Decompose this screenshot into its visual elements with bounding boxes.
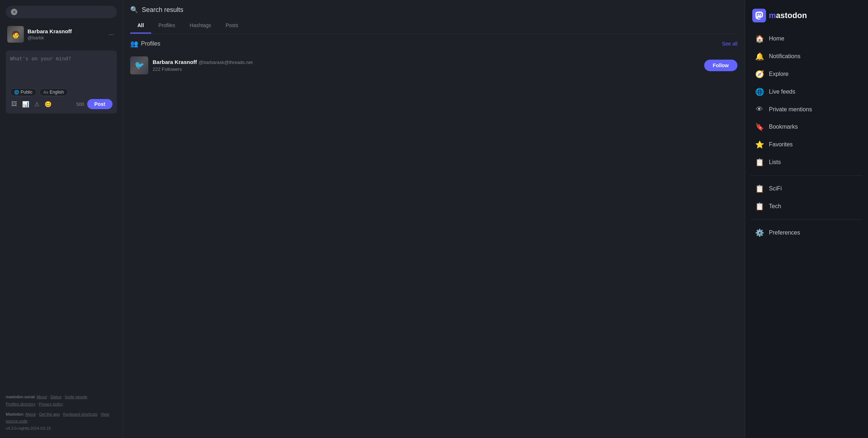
nav-item-bookmarks[interactable]: 🔖 Bookmarks xyxy=(748,118,865,136)
language-label: English xyxy=(50,90,64,95)
language-icon: Aa xyxy=(43,90,48,94)
post-button[interactable]: Post xyxy=(87,99,112,109)
private-mentions-icon: 👁 xyxy=(755,105,764,113)
profile-avatar: 🐦 xyxy=(130,56,148,74)
search-header-row: 🔍 Search results xyxy=(130,6,737,15)
compose-area: 🌐 Public Aa English 🖼 📊 ⚠ 😊 500 Post xyxy=(6,51,117,113)
user-card: 🧑 Barbara Krasnoff @barbk ··· xyxy=(6,22,117,46)
footer-get-app-link[interactable]: Get the app xyxy=(39,412,60,416)
user-info: Barbara Krasnoff @barbk xyxy=(27,28,103,40)
search-header-icon: 🔍 xyxy=(130,6,138,14)
user-display-name: Barbara Krasnoff xyxy=(27,28,103,34)
lists-icon: 📋 xyxy=(755,158,764,167)
footer-version: v4.3.0-nightly.2024-03-19 xyxy=(6,426,51,430)
tab-all[interactable]: All xyxy=(130,18,151,34)
nav-item-home[interactable]: 🏠 Home xyxy=(748,30,865,47)
profile-name-row: Barbara Krasnoff @barbarask@threads.net xyxy=(153,59,700,65)
favorites-icon: ⭐ xyxy=(755,140,764,149)
nav-scifi-label: SciFi xyxy=(769,185,782,192)
nav-item-explore[interactable]: 🧭 Explore xyxy=(748,65,865,83)
nav-item-live-feeds[interactable]: 🌐 Live feeds xyxy=(748,83,865,100)
nav-tech-label: Tech xyxy=(769,203,781,210)
footer-privacy-link[interactable]: Privacy policy xyxy=(39,402,63,406)
nav-home-label: Home xyxy=(769,35,784,42)
nav-item-tech[interactable]: 📋 Tech xyxy=(748,198,865,215)
logo-area: mastodon xyxy=(745,6,868,30)
visibility-icon: 🌐 xyxy=(14,90,19,95)
nav-preferences-label: Preferences xyxy=(769,229,800,236)
footer-invite-link[interactable]: Invite people xyxy=(65,395,87,399)
nav-notifications-label: Notifications xyxy=(769,53,800,60)
nav-favorites-label: Favorites xyxy=(769,141,793,148)
scifi-icon: 📋 xyxy=(755,184,764,193)
profile-result-card: 🐦 Barbara Krasnoff @barbarask@threads.ne… xyxy=(130,52,737,79)
profiles-section-title: 👥 Profiles xyxy=(130,40,160,48)
tab-hashtags[interactable]: Hashtags xyxy=(183,18,218,34)
main-nav: 🏠 Home 🔔 Notifications 🧭 Explore 🌐 Live … xyxy=(745,30,868,242)
search-input[interactable]: barbarask@threads.net xyxy=(20,9,112,15)
footer-about2-link[interactable]: About xyxy=(25,412,36,416)
nav-private-mentions-label: Private mentions xyxy=(769,106,812,113)
nav-item-favorites[interactable]: ⭐ Favorites xyxy=(748,136,865,153)
nav-lists-label: Lists xyxy=(769,159,781,166)
profile-handle: @barbarask@threads.net xyxy=(199,60,252,65)
emoji-button[interactable]: 😊 xyxy=(43,100,53,109)
nav-item-preferences[interactable]: ⚙️ Preferences xyxy=(748,224,865,241)
notifications-icon: 🔔 xyxy=(755,52,764,61)
attach-poll-button[interactable]: 📊 xyxy=(21,100,30,109)
footer-line-1: mastodon.social: About · Status · Invite… xyxy=(6,394,117,408)
left-sidebar: ✕ barbarask@threads.net 🧑 Barbara Krasno… xyxy=(0,0,123,438)
nav-divider-1 xyxy=(751,175,862,176)
footer-links: mastodon.social: About · Status · Invite… xyxy=(6,394,117,432)
search-header: 🔍 Search results All Profiles Hashtags P… xyxy=(123,0,745,34)
live-feeds-icon: 🌐 xyxy=(755,87,764,96)
nav-item-lists[interactable]: 📋 Lists xyxy=(748,154,865,171)
search-results-title: Search results xyxy=(142,6,183,14)
nav-bookmarks-label: Bookmarks xyxy=(769,124,798,130)
right-sidebar: mastodon 🏠 Home 🔔 Notifications 🧭 Explor… xyxy=(745,0,868,438)
logo-icon xyxy=(752,9,766,22)
nav-live-feeds-label: Live feeds xyxy=(769,89,795,95)
bookmarks-icon: 🔖 xyxy=(755,123,764,131)
nav-item-notifications[interactable]: 🔔 Notifications xyxy=(748,48,865,65)
explore-icon: 🧭 xyxy=(755,70,764,78)
footer-status-link[interactable]: Status xyxy=(50,395,61,399)
clear-search-icon[interactable]: ✕ xyxy=(11,9,17,15)
profiles-label: Profiles xyxy=(141,40,160,47)
nav-item-private-mentions[interactable]: 👁 Private mentions xyxy=(748,101,865,118)
preferences-icon: ⚙️ xyxy=(755,228,764,237)
search-bar[interactable]: ✕ barbarask@threads.net xyxy=(6,6,117,18)
tab-profiles[interactable]: Profiles xyxy=(151,18,183,34)
profiles-section-header: 👥 Profiles See all xyxy=(130,40,737,48)
logo-text: mastodon xyxy=(769,11,807,20)
visibility-label: Public xyxy=(21,90,33,95)
avatar: 🧑 xyxy=(7,26,24,43)
footer-line-2: Mastodon: About · Get the app · Keyboard… xyxy=(6,411,117,432)
footer-profiles-dir-link[interactable]: Profiles directory xyxy=(6,402,35,406)
profile-display-name: Barbara Krasnoff xyxy=(153,59,197,65)
user-handle: @barbk xyxy=(27,35,103,40)
attach-image-button[interactable]: 🖼 xyxy=(10,100,18,108)
nav-item-scifi[interactable]: 📋 SciFi xyxy=(748,180,865,197)
more-options-button[interactable]: ··· xyxy=(107,29,115,40)
nav-explore-label: Explore xyxy=(769,71,788,77)
see-all-link[interactable]: See all xyxy=(722,41,737,47)
nav-divider-2 xyxy=(751,219,862,220)
follow-button[interactable]: Follow xyxy=(704,60,737,71)
profile-followers: 222 Followers xyxy=(153,66,700,72)
avatar-image: 🧑 xyxy=(7,26,24,43)
tabs-bar: All Profiles Hashtags Posts xyxy=(130,18,737,34)
language-badge[interactable]: Aa English xyxy=(39,88,68,96)
profile-info: Barbara Krasnoff @barbarask@threads.net … xyxy=(153,59,700,72)
compose-toolbar: 🌐 Public Aa English 🖼 📊 ⚠ 😊 500 Post xyxy=(10,88,112,109)
footer-site-name: mastodon.social xyxy=(6,395,35,399)
footer-keyboard-shortcuts-link[interactable]: Keyboard shortcuts xyxy=(63,412,97,416)
char-count: 500 xyxy=(76,102,84,107)
footer-about-link[interactable]: About xyxy=(37,395,47,399)
compose-media-icons: 🖼 📊 ⚠ 😊 xyxy=(10,100,53,109)
tab-posts[interactable]: Posts xyxy=(218,18,246,34)
content-warning-button[interactable]: ⚠ xyxy=(33,100,41,109)
tech-icon: 📋 xyxy=(755,202,764,211)
visibility-badge[interactable]: 🌐 Public xyxy=(10,88,37,96)
compose-textarea[interactable] xyxy=(10,55,112,84)
